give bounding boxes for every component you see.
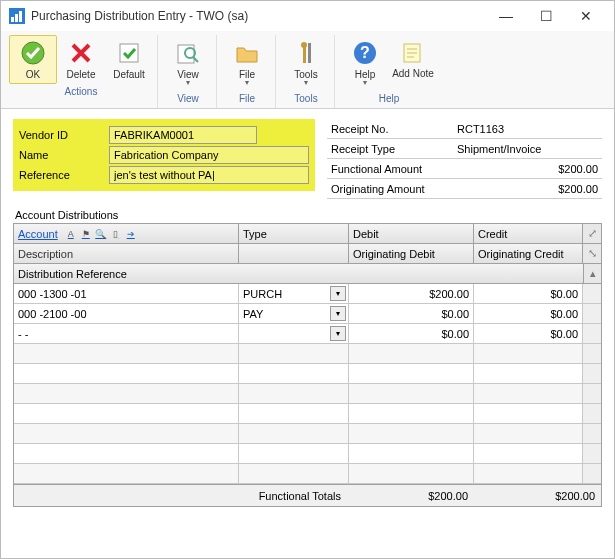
col-distref: Distribution Reference: [14, 264, 583, 283]
vendor-panel: Vendor ID Name Reference: [13, 119, 315, 191]
svg-rect-1: [11, 17, 14, 22]
group-actions-label: Actions: [65, 84, 98, 101]
delete-label: Delete: [67, 69, 96, 80]
chevron-down-icon: [245, 80, 249, 87]
letter-icon[interactable]: A: [64, 227, 78, 241]
default-icon: [115, 39, 143, 67]
group-tools-label: Tools: [294, 91, 317, 108]
expand-row-button[interactable]: ⤢: [583, 224, 601, 243]
originating-amount-value: $200.00: [457, 183, 602, 195]
reference-field[interactable]: [109, 166, 309, 184]
cell-debit[interactable]: $0.00: [349, 324, 474, 343]
titlebar: Purchasing Distribution Entry - TWO (sa)…: [1, 1, 614, 31]
col-type[interactable]: Type: [239, 224, 349, 243]
totals-debit: $200.00: [349, 490, 474, 502]
col-description: Description: [14, 244, 239, 263]
totals-label: Functional Totals: [14, 490, 349, 502]
close-button[interactable]: ✕: [566, 5, 606, 27]
ok-label: OK: [26, 69, 40, 80]
receipt-no-label: Receipt No.: [327, 123, 457, 135]
table-row[interactable]: - - ▾ $0.00 $0.00: [14, 324, 601, 344]
col-account-label: Account: [18, 228, 58, 240]
arrow-right-icon[interactable]: ➔: [124, 227, 138, 241]
chevron-down-icon: [363, 80, 367, 87]
note-icon: [399, 39, 427, 67]
col-odebit: Originating Debit: [349, 244, 474, 263]
folder-icon: [233, 39, 261, 67]
cell-credit[interactable]: $0.00: [474, 324, 583, 343]
minimize-button[interactable]: —: [486, 5, 526, 27]
svg-rect-5: [120, 44, 138, 62]
cell-account[interactable]: 000 -2100 -00: [14, 304, 239, 323]
search-icon[interactable]: 🔍: [94, 227, 108, 241]
distribution-grid: Account A ⚑ 🔍 ▯ ➔ Type Debit Credit ⤢ De…: [13, 223, 602, 507]
window-title: Purchasing Distribution Entry - TWO (sa): [31, 9, 486, 23]
tools-button[interactable]: Tools: [282, 35, 330, 91]
chevron-down-icon: [304, 80, 308, 87]
maximize-button[interactable]: ☐: [526, 5, 566, 27]
originating-amount-label: Originating Amount: [327, 183, 457, 195]
col-ocredit: Originating Credit: [474, 244, 583, 263]
svg-rect-3: [19, 11, 22, 22]
svg-point-11: [301, 42, 307, 48]
col-credit[interactable]: Credit: [474, 224, 583, 243]
view-button[interactable]: View: [164, 35, 212, 91]
receipt-panel: Receipt No.RCT1163 Receipt TypeShipment/…: [327, 119, 602, 199]
vendorid-label: Vendor ID: [19, 129, 109, 141]
cell-type[interactable]: PURCH▾: [239, 284, 349, 303]
chevron-down-icon[interactable]: ▾: [330, 326, 346, 341]
cell-credit[interactable]: $0.00: [474, 304, 583, 323]
svg-text:?: ?: [360, 44, 370, 61]
collapse-row-button[interactable]: ⤡: [583, 244, 601, 263]
cell-debit[interactable]: $200.00: [349, 284, 474, 303]
cell-type[interactable]: PAY▾: [239, 304, 349, 323]
totals-credit: $200.00: [474, 490, 601, 502]
col-blank: [239, 244, 349, 263]
delete-button[interactable]: Delete: [57, 35, 105, 84]
scroll-up-button[interactable]: ▴: [583, 264, 601, 283]
svg-rect-2: [15, 14, 18, 22]
cell-credit[interactable]: $0.00: [474, 284, 583, 303]
ok-button[interactable]: OK: [9, 35, 57, 84]
addnote-label: Add Note: [392, 69, 434, 79]
group-view-label: View: [177, 91, 199, 108]
chevron-down-icon: [186, 80, 190, 87]
add-note-button[interactable]: Add Note: [389, 35, 437, 91]
receipt-type-value: Shipment/Invoice: [457, 143, 602, 155]
receipt-no-value: RCT1163: [457, 123, 602, 135]
default-button[interactable]: Default: [105, 35, 153, 84]
note-icon[interactable]: ▯: [109, 227, 123, 241]
help-icon: ?: [351, 39, 379, 67]
table-row[interactable]: 000 -1300 -01 PURCH▾ $200.00 $0.00: [14, 284, 601, 304]
col-debit[interactable]: Debit: [349, 224, 474, 243]
chevron-down-icon[interactable]: ▾: [330, 306, 346, 321]
grid-body: 000 -1300 -01 PURCH▾ $200.00 $0.00 000 -…: [14, 284, 601, 484]
functional-amount-label: Functional Amount: [327, 163, 457, 175]
svg-rect-10: [308, 43, 311, 63]
app-icon: [9, 8, 25, 24]
x-icon: [67, 39, 95, 67]
cell-account[interactable]: 000 -1300 -01: [14, 284, 239, 303]
name-label: Name: [19, 149, 109, 161]
table-row[interactable]: 000 -2100 -00 PAY▾ $0.00 $0.00: [14, 304, 601, 324]
chevron-down-icon[interactable]: ▾: [330, 286, 346, 301]
cell-type[interactable]: ▾: [239, 324, 349, 343]
totals-row: Functional Totals $200.00 $200.00: [14, 484, 601, 506]
name-field[interactable]: [109, 146, 309, 164]
tools-icon: [292, 39, 320, 67]
vendorid-field[interactable]: [109, 126, 257, 144]
functional-amount-value: $200.00: [457, 163, 602, 175]
default-label: Default: [113, 69, 145, 80]
reference-label: Reference: [19, 169, 109, 181]
section-title: Account Distributions: [15, 209, 602, 221]
group-file-label: File: [239, 91, 255, 108]
receipt-type-label: Receipt Type: [327, 143, 457, 155]
cell-account[interactable]: - -: [14, 324, 239, 343]
cell-debit[interactable]: $0.00: [349, 304, 474, 323]
flag-icon[interactable]: ⚑: [79, 227, 93, 241]
file-button[interactable]: File: [223, 35, 271, 91]
col-account[interactable]: Account A ⚑ 🔍 ▯ ➔: [14, 224, 239, 243]
check-icon: [19, 39, 47, 67]
toolbar: OK Delete Default Actions View View: [1, 31, 614, 109]
help-button[interactable]: ? Help: [341, 35, 389, 91]
